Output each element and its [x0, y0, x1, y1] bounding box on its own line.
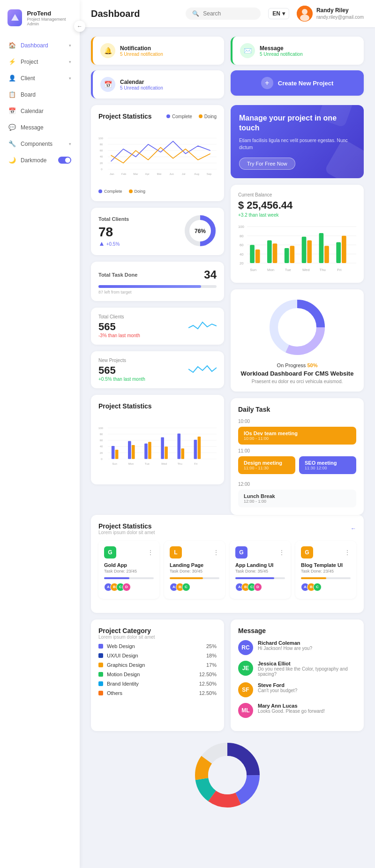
project-menu-1[interactable]: ⋮ — [147, 549, 154, 556]
time-label-3: 12:00 — [238, 482, 356, 487]
svg-text:Fri: Fri — [194, 462, 197, 465]
messages-title: Message — [238, 627, 356, 634]
header: Dashboard 🔍 EN ▾ Randy Riley randy.riley… — [80, 0, 375, 27]
balance-label: Current Balance — [238, 192, 356, 197]
promo-button[interactable]: Try For Free Now — [239, 158, 295, 170]
metric2-number: 565 — [98, 364, 145, 377]
sidebar-item-message[interactable]: 💬Message — [4, 120, 76, 135]
calendar-subtitle: 5 Unread notification — [120, 85, 163, 91]
project-icon: ⚡ — [8, 58, 16, 65]
svg-rect-68 — [250, 245, 255, 263]
right-column: Manage your project in one touch Etiam f… — [231, 105, 364, 515]
sidebar-nav: 🏠Dashboard ▾ ⚡Project ▾ 👤Client ▾ 📋Board… — [0, 38, 80, 168]
svg-text:Thu: Thu — [319, 268, 325, 272]
project-icon-1: G — [104, 546, 116, 559]
event2-title: Design meeting — [244, 460, 290, 466]
message-subtitle: 5 Unread notification — [260, 52, 303, 57]
project-icon-2: L — [170, 546, 182, 559]
event1-time: 10:00 - 11:00 — [244, 436, 351, 441]
sidebar-item-project[interactable]: ⚡Project ▾ — [4, 54, 76, 69]
bar-chart-svg: 100 80 60 40 20 0 — [98, 415, 217, 476]
svg-marker-0 — [11, 14, 19, 21]
search-input[interactable] — [203, 10, 255, 17]
darkmode-toggle[interactable] — [58, 157, 71, 164]
svg-text:Aug: Aug — [194, 173, 199, 175]
components-icon: 🔧 — [8, 140, 16, 147]
project-menu-3[interactable]: ⋮ — [278, 549, 285, 556]
message-icon: 💬 — [8, 124, 16, 131]
svg-rect-78 — [336, 242, 341, 263]
svg-text:100: 100 — [98, 137, 104, 140]
svg-text:76%: 76% — [195, 228, 206, 234]
metric1-change: -3% than last month — [98, 333, 140, 338]
daily-task-card: Daily Task 10:00 IOs Dev team meeting 10… — [231, 398, 364, 515]
search-bar[interactable]: 🔍 — [186, 8, 261, 20]
daily-task-title: Daily Task — [238, 406, 356, 413]
svg-text:Mon: Mon — [267, 268, 274, 272]
category-title: Project Category — [98, 627, 155, 634]
task-progress-fill — [98, 285, 201, 288]
metric2-change: +0.5% than last month — [98, 377, 145, 382]
svg-text:Sun: Sun — [112, 462, 117, 465]
project-section-subtitle: Lorem ipsum dolor sit amet — [98, 530, 155, 535]
lunch-break-event: Lunch Break 12:00 - 1:00 — [238, 490, 356, 507]
avatar — [297, 6, 313, 22]
project-menu-4[interactable]: ⋮ — [344, 549, 351, 556]
sidebar: ProTend Project Management Admin ← 🏠Dash… — [0, 0, 80, 868]
language-selector[interactable]: EN ▾ — [268, 8, 289, 19]
svg-text:Mei: Mei — [157, 173, 162, 175]
home-icon: 🏠 — [8, 42, 16, 49]
svg-rect-72 — [285, 248, 289, 263]
project-stats-bar-card: Project Statistics 100 80 60 — [91, 395, 224, 484]
sidebar-item-dashboard[interactable]: 🏠Dashboard ▾ — [4, 38, 76, 53]
metric1-label: Total Clients — [98, 314, 140, 319]
project-stats2-title: Project Statistics — [98, 402, 152, 410]
sidebar-item-board[interactable]: 📋Board — [4, 87, 76, 102]
message-card-icon: ✉️ — [240, 43, 255, 58]
svg-text:Jul: Jul — [182, 173, 186, 175]
project-menu-2[interactable]: ⋮ — [213, 549, 219, 556]
promo-subtitle: Etiam facilisis ligula nec velit posuere… — [239, 137, 355, 151]
workload-pct: 50% — [307, 362, 317, 368]
svg-rect-41 — [115, 450, 119, 459]
svg-text:60: 60 — [240, 243, 244, 247]
total-clients-number: 78 — [98, 225, 129, 240]
event4-title: Lunch Break — [244, 493, 351, 499]
sidebar-back-button[interactable]: ← — [74, 21, 85, 32]
pie-chart-section — [91, 738, 364, 822]
logo-icon — [8, 9, 22, 26]
svg-point-3 — [300, 15, 309, 21]
category-item-3: Graphics Design 17% — [98, 662, 217, 668]
svg-rect-44 — [144, 444, 148, 459]
ios-meeting-event: IOs Dev team meeting 10:00 - 11:00 — [238, 427, 356, 445]
sidebar-item-calendar[interactable]: 📅Calendar — [4, 103, 76, 119]
svg-text:80: 80 — [100, 433, 103, 436]
project-card-1: G ⋮ Gold App Task Done: 23/45 A B C D — [98, 541, 159, 599]
sidebar-item-components[interactable]: 🔧Components ▾ — [4, 136, 76, 151]
svg-text:Apr: Apr — [145, 173, 149, 175]
time-label-1: 10:00 — [238, 419, 356, 424]
event2-time: 11:00 - 11:30 — [244, 466, 290, 470]
task-note: 87 left from target — [98, 290, 217, 294]
svg-text:Jun: Jun — [169, 173, 174, 175]
svg-text:40: 40 — [100, 445, 103, 448]
project-icon-4: G — [301, 546, 313, 559]
svg-text:20: 20 — [240, 261, 244, 265]
messages-card: Message RC Richard Coleman Hi Jackson! H… — [231, 619, 364, 731]
svg-text:Mar: Mar — [133, 173, 138, 175]
project-card-4: G ⋮ Blog Template UI Task Done: 23/45 A … — [295, 541, 356, 599]
sidebar-item-darkmode[interactable]: 🌙Darkmode — [4, 152, 76, 168]
project-card-3: G ⋮ App Landing UI Task Done: 35/45 A B … — [230, 541, 291, 599]
project-category-card: Project Category Lorem ipsum dolor sit a… — [91, 619, 224, 731]
category-subtitle: Lorem ipsum dolor sit amet — [98, 634, 155, 640]
page-title: Dashboard — [91, 8, 178, 19]
search-icon: 🔍 — [192, 10, 199, 17]
svg-rect-49 — [181, 448, 184, 459]
notification-icon: 🔔 — [100, 43, 115, 58]
new-project-card[interactable]: + Create New Project — [231, 70, 364, 96]
project-icon-3: G — [235, 546, 248, 559]
new-project-label: Create New Project — [278, 80, 334, 87]
workload-donut — [267, 297, 328, 358]
sidebar-item-client[interactable]: 👤Client ▾ — [4, 70, 76, 86]
back-arrow-icon[interactable]: ← — [351, 525, 356, 532]
